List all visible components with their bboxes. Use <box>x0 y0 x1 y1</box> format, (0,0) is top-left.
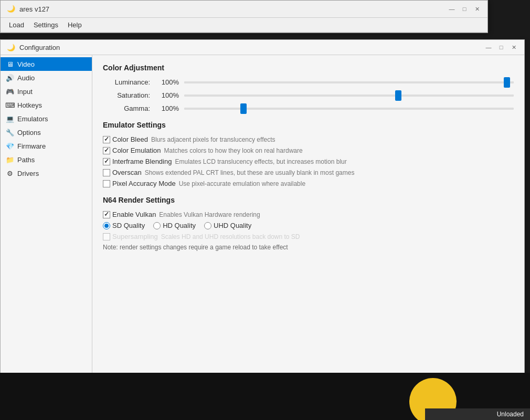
emulator-settings-heading: Emulator Settings <box>103 121 514 129</box>
quality-radio-row: SD Quality HD Quality UHD Quality <box>103 222 514 229</box>
color-emulation-desc: Matches colors to how they look on real … <box>164 147 303 154</box>
sidebar-item-paths[interactable]: 📁 Paths <box>1 153 92 166</box>
emulators-icon: 💻 <box>6 114 14 123</box>
luminance-label: Luminance: <box>103 78 150 86</box>
saturation-label: Saturation: <box>103 91 150 99</box>
color-bleed-desc: Blurs adjacent pixels for translucency e… <box>151 136 275 143</box>
overscan-checkbox[interactable] <box>103 169 110 176</box>
hd-quality-option[interactable]: HD Quality <box>153 222 196 229</box>
app-icon: 🌙 <box>7 5 15 13</box>
color-adjustment-heading: Color Adjustment <box>103 64 514 72</box>
status-bar: Unloaded <box>425 408 530 420</box>
enable-vulkan-label[interactable]: Enable Vulkan <box>112 211 156 218</box>
audio-icon: 🔊 <box>6 74 14 82</box>
interframe-blending-desc: Emulates LCD translucency effects, but i… <box>175 158 346 165</box>
color-bleed-row: Color Bleed Blurs adjacent pixels for tr… <box>103 135 514 143</box>
status-text: Unloaded <box>497 411 524 418</box>
config-title-left: 🌙 Configuration <box>7 44 60 51</box>
content-area: Color Adjustment Luminance: 100% Saturat… <box>92 55 524 381</box>
saturation-track[interactable] <box>184 94 514 97</box>
gamma-label: Gamma: <box>103 104 150 112</box>
menu-item-settings[interactable]: Settings <box>29 19 62 30</box>
video-icon: 🖥 <box>6 60 14 68</box>
interframe-blending-label[interactable]: Interframe Blending <box>112 158 172 165</box>
config-body: 🖥 Video 🔊 Audio 🎮 Input ⌨ Hotkeys 💻 Emul… <box>1 55 524 381</box>
sidebar-item-hotkeys[interactable]: ⌨ Hotkeys <box>1 98 92 112</box>
color-emulation-checkbox[interactable] <box>103 147 110 154</box>
app-close-button[interactable]: ✕ <box>473 5 481 13</box>
input-icon: 🎮 <box>6 87 14 96</box>
paths-icon: 📁 <box>6 155 14 164</box>
sidebar-label-hotkeys: Hotkeys <box>17 101 42 109</box>
sidebar-label-drivers: Drivers <box>17 170 39 177</box>
config-title-buttons: — □ ✕ <box>484 43 518 51</box>
saturation-row: Saturation: 100% <box>103 91 514 99</box>
uhd-quality-radio[interactable] <box>204 222 211 229</box>
sidebar-item-audio[interactable]: 🔊 Audio <box>1 71 92 85</box>
sidebar-item-input[interactable]: 🎮 Input <box>1 85 92 98</box>
luminance-track[interactable] <box>184 81 514 83</box>
sidebar-item-video[interactable]: 🖥 Video <box>1 57 92 71</box>
supersampling-desc: Scales HD and UHD resolutions back down … <box>161 233 300 240</box>
sidebar-label-paths: Paths <box>17 156 35 164</box>
sidebar-item-options[interactable]: 🔧 Options <box>1 125 92 139</box>
emulator-settings-section: Emulator Settings Color Bleed Blurs adja… <box>103 121 514 187</box>
sidebar-label-audio: Audio <box>17 74 35 82</box>
config-title: Configuration <box>19 44 60 51</box>
n64-render-settings-section: N64 Render Settings Enable Vulkan Enable… <box>103 196 514 251</box>
supersampling-checkbox[interactable] <box>103 233 110 240</box>
gamma-value: 100% <box>155 104 179 112</box>
gamma-track[interactable] <box>184 108 514 110</box>
pixel-accuracy-desc: Use pixel-accurate emulation where avail… <box>179 180 305 187</box>
sidebar-item-drivers[interactable]: ⚙ Drivers <box>1 166 92 180</box>
config-window: 🌙 Configuration — □ ✕ 🖥 Video 🔊 Audio 🎮 … <box>0 39 525 381</box>
config-maximize-button[interactable]: □ <box>497 43 505 51</box>
options-icon: 🔧 <box>6 128 14 136</box>
sd-quality-option[interactable]: SD Quality <box>103 222 145 229</box>
app-minimize-button[interactable]: — <box>448 5 456 13</box>
menu-bar: Load Settings Help <box>1 18 487 33</box>
hotkeys-icon: ⌨ <box>6 101 14 109</box>
sidebar-item-firmware[interactable]: 💎 Firmware <box>1 139 92 153</box>
menu-item-help[interactable]: Help <box>63 19 86 30</box>
color-bleed-checkbox[interactable] <box>103 136 110 143</box>
sidebar-item-emulators[interactable]: 💻 Emulators <box>1 112 92 125</box>
gamma-thumb[interactable] <box>240 103 247 114</box>
app-title: ares v127 <box>19 5 49 13</box>
menu-item-load[interactable]: Load <box>5 19 28 30</box>
saturation-thumb[interactable] <box>395 90 401 101</box>
interframe-blending-checkbox[interactable] <box>103 158 110 165</box>
config-minimize-button[interactable]: — <box>484 43 493 51</box>
overscan-label[interactable]: Overscan <box>112 169 142 176</box>
config-title-bar: 🌙 Configuration — □ ✕ <box>1 40 524 55</box>
luminance-row: Luminance: 100% <box>103 78 514 86</box>
luminance-thumb[interactable] <box>504 77 510 88</box>
luminance-value: 100% <box>155 78 179 86</box>
config-icon: 🌙 <box>7 44 15 51</box>
app-title-left: 🌙 ares v127 <box>7 5 49 13</box>
n64-note: Note: render settings changes require a … <box>103 244 514 251</box>
app-title-bar: 🌙 ares v127 — □ ✕ <box>1 1 487 18</box>
overscan-row: Overscan Shows extended PAL CRT lines, b… <box>103 169 514 176</box>
sidebar-label-options: Options <box>17 129 41 136</box>
color-emulation-row: Color Emulation Matches colors to how th… <box>103 146 514 154</box>
pixel-accuracy-checkbox[interactable] <box>103 180 110 187</box>
firmware-icon: 💎 <box>6 142 14 150</box>
pixel-accuracy-label[interactable]: Pixel Accuracy Mode <box>112 180 176 187</box>
n64-heading: N64 Render Settings <box>103 196 514 204</box>
color-emulation-label[interactable]: Color Emulation <box>112 146 161 154</box>
app-window: 🌙 ares v127 — □ ✕ Load Settings Help <box>0 0 488 33</box>
enable-vulkan-checkbox[interactable] <box>103 211 110 218</box>
supersampling-label: Supersampling <box>112 233 158 240</box>
hd-quality-radio[interactable] <box>153 222 161 229</box>
app-title-buttons: — □ ✕ <box>448 5 481 13</box>
drivers-icon: ⚙ <box>6 169 14 177</box>
uhd-quality-label: UHD Quality <box>214 222 251 229</box>
color-bleed-label[interactable]: Color Bleed <box>112 135 148 143</box>
sidebar-label-video: Video <box>17 60 35 68</box>
app-maximize-button[interactable]: □ <box>460 5 469 13</box>
config-close-button[interactable]: ✕ <box>510 43 518 51</box>
uhd-quality-option[interactable]: UHD Quality <box>204 222 251 229</box>
sd-quality-radio[interactable] <box>103 222 110 229</box>
overscan-desc: Shows extended PAL CRT lines, but these … <box>145 169 355 176</box>
